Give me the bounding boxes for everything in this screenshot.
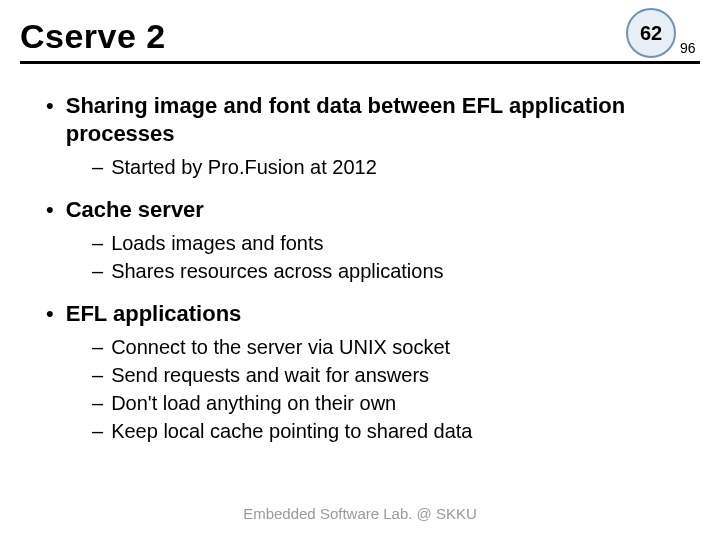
sub-bullet-list: – Connect to the server via UNIX socket … bbox=[46, 334, 690, 444]
sub-bullet-text: Connect to the server via UNIX socket bbox=[111, 334, 450, 360]
bullet-text: EFL applications bbox=[66, 300, 242, 328]
bullet-marker: • bbox=[46, 92, 54, 120]
sub-bullet-text: Don't load anything on their own bbox=[111, 390, 396, 416]
bullet-item: • Cache server – Loads images and fonts … bbox=[46, 196, 690, 284]
title-underline bbox=[20, 61, 700, 64]
sub-bullet-item: – Keep local cache pointing to shared da… bbox=[92, 418, 690, 444]
sub-bullet-marker: – bbox=[92, 390, 103, 416]
title-row: Cserve 2 bbox=[0, 0, 720, 64]
bullet-marker: • bbox=[46, 300, 54, 328]
footer-text: Embedded Software Lab. @ SKKU bbox=[0, 505, 720, 522]
bullet-item: • EFL applications – Connect to the serv… bbox=[46, 300, 690, 444]
slide-content: • Sharing image and font data between EF… bbox=[0, 64, 720, 444]
sub-bullet-text: Send requests and wait for answers bbox=[111, 362, 429, 388]
sub-bullet-list: – Loads images and fonts – Shares resour… bbox=[46, 230, 690, 284]
sub-bullet-text: Shares resources across applications bbox=[111, 258, 443, 284]
sub-bullet-list: – Started by Pro.Fusion at 2012 bbox=[46, 154, 690, 180]
sub-bullet-item: – Don't load anything on their own bbox=[92, 390, 690, 416]
sub-bullet-item: – Loads images and fonts bbox=[92, 230, 690, 256]
bullet-item: • Sharing image and font data between EF… bbox=[46, 92, 690, 180]
sub-bullet-text: Loads images and fonts bbox=[111, 230, 323, 256]
sub-bullet-marker: – bbox=[92, 154, 103, 180]
sub-bullet-marker: – bbox=[92, 334, 103, 360]
sub-bullet-item: – Shares resources across applications bbox=[92, 258, 690, 284]
sub-bullet-marker: – bbox=[92, 258, 103, 284]
sub-bullet-marker: – bbox=[92, 418, 103, 444]
sub-bullet-item: – Started by Pro.Fusion at 2012 bbox=[92, 154, 690, 180]
sub-bullet-text: Started by Pro.Fusion at 2012 bbox=[111, 154, 377, 180]
sub-bullet-marker: – bbox=[92, 230, 103, 256]
bullet-marker: • bbox=[46, 196, 54, 224]
slide: 62 96 Cserve 2 • Sharing image and font … bbox=[0, 0, 720, 540]
sub-bullet-item: – Connect to the server via UNIX socket bbox=[92, 334, 690, 360]
bullet-text: Cache server bbox=[66, 196, 204, 224]
sub-bullet-item: – Send requests and wait for answers bbox=[92, 362, 690, 388]
slide-title: Cserve 2 bbox=[20, 18, 700, 59]
bullet-text: Sharing image and font data between EFL … bbox=[66, 92, 690, 148]
sub-bullet-marker: – bbox=[92, 362, 103, 388]
bullet-list: • Sharing image and font data between EF… bbox=[46, 92, 690, 444]
sub-bullet-text: Keep local cache pointing to shared data bbox=[111, 418, 472, 444]
